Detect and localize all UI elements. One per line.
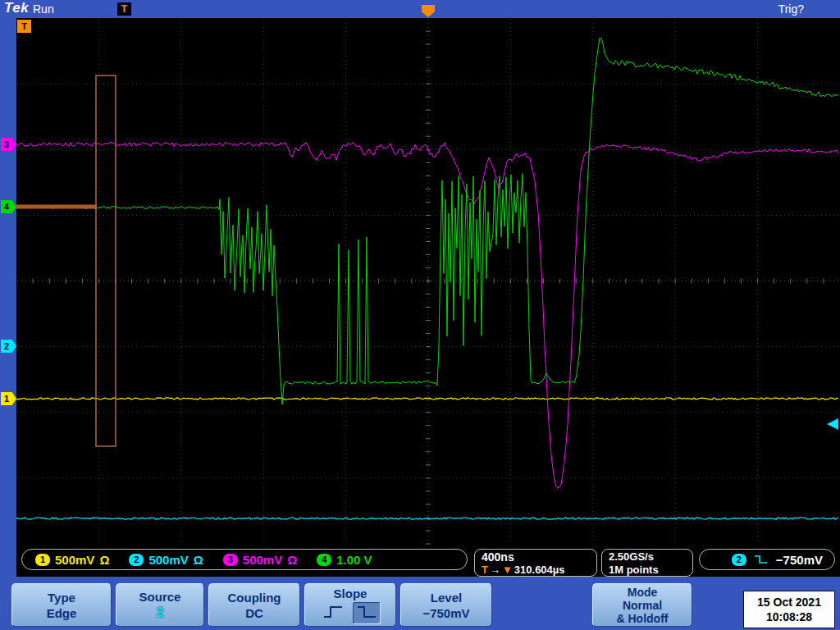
- acquisition-status: Run: [33, 2, 54, 16]
- trigger-source-badge: 2: [732, 554, 746, 566]
- trigger-status-label: Trig?: [778, 2, 804, 16]
- trigger-position-readout: T → ▼ 310.604µs: [482, 564, 590, 576]
- ch2-badge: 2: [129, 554, 144, 566]
- timebase-readout[interactable]: 400ns T → ▼ 310.604µs: [474, 549, 597, 577]
- trigger-level-value: −750mV: [776, 553, 823, 567]
- record-length: 1M points: [609, 564, 686, 577]
- ch3-unit: Ω: [287, 553, 297, 567]
- ch3-scale-readout[interactable]: 3 500mV Ω: [223, 553, 297, 567]
- oscilloscope-ui: { "colors": { "bezel_blue": "#3655bd", "…: [0, 0, 840, 630]
- waveform-display: [0, 0, 840, 630]
- trigger-marker-icon: ▼: [502, 564, 513, 576]
- ch2-unit: Ω: [194, 553, 203, 567]
- trigger-readout[interactable]: 2 −750mV: [699, 549, 835, 570]
- type-value: Edge: [47, 606, 77, 620]
- trigger-slope-button[interactable]: Slope: [304, 583, 396, 627]
- ch3-scale: 500mV: [243, 553, 282, 567]
- ch1-scale-readout[interactable]: 1 500mV Ω: [35, 553, 109, 567]
- mode-label: Mode: [628, 586, 658, 599]
- slope-options: [320, 602, 381, 624]
- sample-rate: 2.50GS/s: [609, 550, 686, 564]
- ch1-badge: 1: [35, 554, 50, 566]
- ch4-scale: 1.00 V: [336, 553, 372, 567]
- level-value: −750mV: [422, 606, 469, 620]
- tek-logo: Tek: [4, 0, 29, 16]
- time-value: 10:08:28: [766, 609, 812, 624]
- ch2-scale: 500mV: [148, 553, 188, 567]
- rising-edge-icon: [322, 605, 344, 619]
- ch1-scale: 500mV: [55, 553, 94, 567]
- falling-edge-icon: [754, 554, 769, 565]
- falling-edge-option[interactable]: [353, 602, 381, 624]
- arrow-icon: →: [490, 564, 500, 576]
- ch2-scale-readout[interactable]: 2 500mV Ω: [129, 553, 203, 567]
- ch3-badge: 3: [223, 554, 238, 566]
- datetime-display: 15 Oct 2021 10:08:28: [743, 591, 835, 628]
- rising-edge-option[interactable]: [320, 603, 346, 623]
- date-value: 15 Oct 2021: [757, 595, 821, 609]
- trigger-flag-icon: T: [117, 2, 131, 16]
- timebase-scale: 400ns: [482, 550, 590, 564]
- ch4-scale-readout[interactable]: 4 1.00 V: [317, 553, 372, 567]
- coupling-label: Coupling: [228, 591, 281, 605]
- mode-value1: Normal: [623, 599, 662, 612]
- trigger-level-button[interactable]: Level −750mV: [400, 583, 492, 627]
- ch1-unit: Ω: [99, 553, 109, 567]
- acquisition-readout[interactable]: 2.50GS/s 1M points: [601, 549, 693, 577]
- type-label: Type: [48, 591, 75, 605]
- mode-value2: & Holdoff: [617, 612, 669, 625]
- falling-edge-icon: [356, 605, 377, 619]
- trigger-position-value: 310.604µs: [514, 564, 565, 576]
- channel-scale-readouts[interactable]: 1 500mV Ω 2 500mV Ω 3 500mV Ω 4 1.00 V: [21, 549, 468, 570]
- trigger-source-button[interactable]: Source 2: [116, 583, 204, 627]
- top-status-bar: Tek Run T Trig?: [0, 0, 840, 18]
- trigger-t-icon: T: [482, 564, 488, 576]
- ch4-badge: 4: [317, 554, 331, 566]
- source-value: 2: [157, 605, 164, 620]
- source-label: Source: [139, 590, 181, 604]
- trigger-time-marker[interactable]: T: [17, 20, 31, 33]
- coupling-value: DC: [245, 606, 263, 620]
- slope-label: Slope: [334, 587, 368, 600]
- trigger-coupling-button[interactable]: Coupling DC: [208, 583, 300, 627]
- level-label: Level: [431, 591, 462, 605]
- trigger-mode-button[interactable]: Mode Normal & Holdoff: [592, 583, 692, 627]
- trigger-type-button[interactable]: Type Edge: [11, 583, 112, 627]
